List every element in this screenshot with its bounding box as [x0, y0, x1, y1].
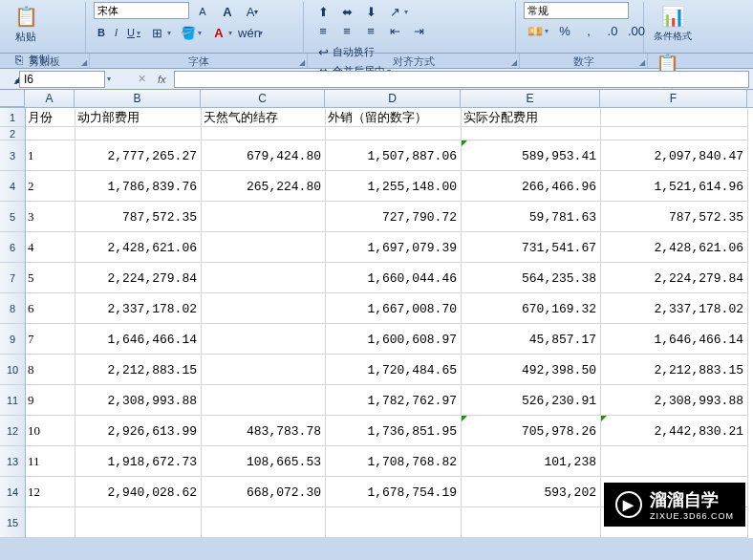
conditional-format-button[interactable]: 📊 条件格式: [652, 2, 694, 48]
cell[interactable]: 787,572.35: [75, 202, 202, 232]
cell[interactable]: 1,600,608.97: [326, 324, 462, 355]
cell[interactable]: [601, 127, 748, 140]
cell[interactable]: 108,665.53: [202, 446, 326, 477]
cell[interactable]: 266,466.96: [462, 171, 601, 202]
cell[interactable]: 564,235.38: [462, 263, 601, 293]
align-bottom-button[interactable]: ⬇: [359, 2, 382, 21]
col-header-A[interactable]: A: [25, 90, 75, 107]
cell[interactable]: 2,308,993.88: [75, 385, 202, 416]
indent-dec-button[interactable]: ⇤: [383, 21, 406, 40]
cell[interactable]: 1,507,887.06: [326, 140, 462, 171]
phonetic-button[interactable]: wén▾: [238, 23, 267, 42]
cell[interactable]: 2,428,621.06: [75, 232, 202, 263]
cell[interactable]: 7: [26, 324, 75, 355]
cell[interactable]: 2,212,883.15: [75, 355, 202, 385]
cell[interactable]: 593,202: [462, 477, 601, 507]
row-header-13[interactable]: 13: [0, 446, 25, 477]
cell[interactable]: 9: [26, 385, 75, 416]
cell[interactable]: [75, 507, 202, 538]
row-header-3[interactable]: 3: [0, 140, 25, 171]
cell[interactable]: 2,777,265.27: [75, 140, 202, 171]
indent-inc-button[interactable]: ⇥: [407, 21, 430, 40]
row-header-15[interactable]: 15: [0, 507, 25, 538]
cell[interactable]: 1,782,762.97: [326, 385, 462, 416]
cell[interactable]: [202, 355, 326, 385]
cell[interactable]: 1,255,148.00: [326, 171, 462, 202]
cell[interactable]: 1,786,839.76: [75, 171, 202, 202]
cell[interactable]: [202, 324, 326, 355]
name-box-dropdown[interactable]: ▾: [107, 75, 111, 83]
row-header-2[interactable]: 2: [0, 127, 25, 140]
cancel-formula-button[interactable]: ✕: [134, 72, 150, 87]
cell[interactable]: 1,736,851.95: [326, 416, 462, 446]
expand-icon[interactable]: ◢: [81, 58, 87, 67]
cell[interactable]: 731,541.67: [462, 232, 601, 263]
cell[interactable]: 101,238: [462, 446, 601, 477]
decimal-inc-button[interactable]: .0: [601, 21, 624, 40]
underline-button[interactable]: U▾: [123, 23, 144, 42]
cell[interactable]: 2: [26, 171, 75, 202]
cell[interactable]: 4: [26, 232, 75, 263]
row-header-12[interactable]: 12: [0, 416, 25, 446]
cell[interactable]: 11: [26, 446, 75, 477]
cell[interactable]: 8: [26, 355, 75, 385]
cell[interactable]: 实际分配费用: [462, 108, 601, 127]
cell[interactable]: 2,308,993.88: [601, 385, 748, 416]
align-center-button[interactable]: ≡: [335, 21, 358, 40]
cell[interactable]: [26, 507, 75, 538]
font-name-combo[interactable]: [94, 2, 189, 19]
cell[interactable]: 2,442,830.21: [601, 416, 748, 446]
expand-icon[interactable]: ◢: [639, 58, 645, 67]
cell[interactable]: 492,398.50: [462, 355, 601, 385]
cell[interactable]: 45,857.17: [462, 324, 601, 355]
italic-button[interactable]: I: [111, 23, 121, 42]
paste-button[interactable]: 📋 粘贴: [8, 2, 44, 48]
cell[interactable]: [202, 293, 326, 324]
number-format-combo[interactable]: [524, 2, 629, 19]
align-top-button[interactable]: ⬆: [312, 2, 334, 21]
cell[interactable]: 3: [26, 202, 75, 232]
cell[interactable]: 679,424.80: [202, 140, 326, 171]
cell[interactable]: 2,212,883.15: [601, 355, 748, 385]
cell[interactable]: 59,781.63: [462, 202, 601, 232]
font-case-button[interactable]: A▾: [241, 2, 264, 21]
cell[interactable]: 1,646,466.14: [601, 324, 748, 355]
cell[interactable]: 668,072.30: [202, 477, 326, 507]
row-header-7[interactable]: 7: [0, 263, 25, 293]
cell[interactable]: [326, 127, 462, 140]
name-box[interactable]: [19, 71, 105, 88]
cell[interactable]: 1,646,466.14: [75, 324, 202, 355]
col-header-D[interactable]: D: [325, 90, 461, 107]
fill-color-button[interactable]: 🪣▾: [177, 23, 205, 42]
cell[interactable]: 1,678,754.19: [326, 477, 462, 507]
cell[interactable]: [202, 232, 326, 263]
cell[interactable]: [202, 202, 326, 232]
select-all-corner[interactable]: [0, 90, 25, 107]
cell[interactable]: 月份: [26, 108, 75, 127]
row-header-11[interactable]: 11: [0, 385, 25, 416]
row-header-1[interactable]: 1: [0, 108, 25, 127]
border-button[interactable]: ⊞▾: [146, 23, 175, 42]
expand-icon[interactable]: ◢: [511, 58, 517, 67]
expand-icon[interactable]: ◢: [299, 58, 305, 67]
cell[interactable]: 10: [26, 416, 75, 446]
currency-button[interactable]: 💴▾: [524, 21, 552, 40]
row-header-4[interactable]: 4: [0, 171, 25, 202]
cell[interactable]: 1,521,614.96: [601, 171, 748, 202]
cell[interactable]: [202, 507, 326, 538]
bold-button[interactable]: B: [94, 23, 109, 42]
font-shrink-button[interactable]: A: [191, 2, 214, 21]
row-header-8[interactable]: 8: [0, 293, 25, 324]
cell[interactable]: [202, 263, 326, 293]
cell[interactable]: [26, 127, 75, 140]
percent-button[interactable]: %: [553, 21, 576, 40]
cell[interactable]: [462, 127, 601, 140]
cell[interactable]: 1,918,672.73: [75, 446, 202, 477]
cell[interactable]: 6: [26, 293, 75, 324]
fx-label[interactable]: fx: [152, 74, 172, 85]
formula-input[interactable]: [174, 71, 749, 88]
cell[interactable]: 5: [26, 263, 75, 293]
orientation-button[interactable]: ↗▾: [383, 2, 412, 21]
cell[interactable]: 外销（留的数字）: [326, 108, 462, 127]
cell[interactable]: 2,337,178.02: [75, 293, 202, 324]
